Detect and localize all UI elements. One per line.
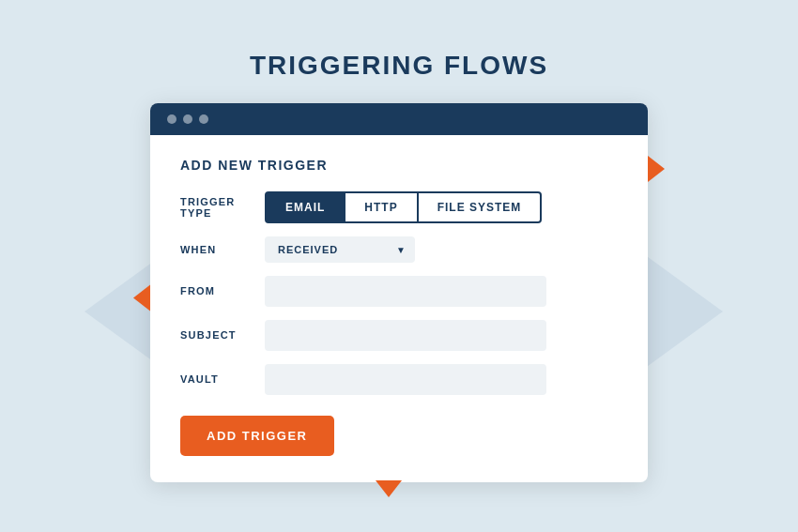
left-arrow-indicator	[133, 284, 150, 311]
vault-row: VAULT	[180, 364, 618, 395]
window-body: ADD NEW TRIGGER TRIGGER TYPE EMAIL HTTP …	[150, 135, 648, 482]
card-wrapper: ADD NEW TRIGGER TRIGGER TYPE EMAIL HTTP …	[150, 103, 648, 482]
when-select[interactable]: RECEIVED SENT DELETED	[265, 236, 415, 263]
section-title: ADD NEW TRIGGER	[180, 158, 618, 173]
bottom-arrow-indicator	[376, 480, 402, 497]
trigger-btn-email[interactable]: EMAIL	[265, 191, 345, 223]
from-row: FROM	[180, 276, 618, 307]
when-select-wrapper: RECEIVED SENT DELETED	[265, 236, 415, 263]
trigger-type-group: EMAIL HTTP FILE SYSTEM	[265, 191, 542, 223]
subject-input[interactable]	[265, 320, 546, 351]
window-titlebar	[150, 103, 648, 135]
trigger-type-label: TRIGGER TYPE	[180, 196, 265, 219]
subject-row: SUBJECT	[180, 320, 618, 351]
from-input[interactable]	[265, 276, 546, 307]
vault-label: VAULT	[180, 373, 265, 385]
when-row: WHEN RECEIVED SENT DELETED	[180, 236, 618, 263]
page-wrapper: TRIGGERING FLOWS ADD NEW TRIGGER TRIGGER…	[0, 0, 798, 532]
from-label: FROM	[180, 285, 265, 296]
subject-label: SUBJECT	[180, 329, 265, 341]
trigger-btn-http[interactable]: HTTP	[345, 191, 418, 223]
titlebar-dot-3	[199, 114, 208, 124]
trigger-btn-filesystem[interactable]: FILE SYSTEM	[419, 191, 543, 223]
trigger-type-row: TRIGGER TYPE EMAIL HTTP FILE SYSTEM	[180, 191, 618, 223]
page-title: TRIGGERING FLOWS	[250, 51, 548, 81]
add-trigger-button[interactable]: ADD TRIGGER	[180, 416, 334, 456]
titlebar-dot-1	[167, 114, 176, 124]
when-label: WHEN	[180, 244, 265, 255]
right-arrow-indicator	[648, 156, 665, 182]
vault-input[interactable]	[265, 364, 546, 395]
titlebar-dot-2	[183, 114, 192, 124]
window-card: ADD NEW TRIGGER TRIGGER TYPE EMAIL HTTP …	[150, 103, 648, 482]
